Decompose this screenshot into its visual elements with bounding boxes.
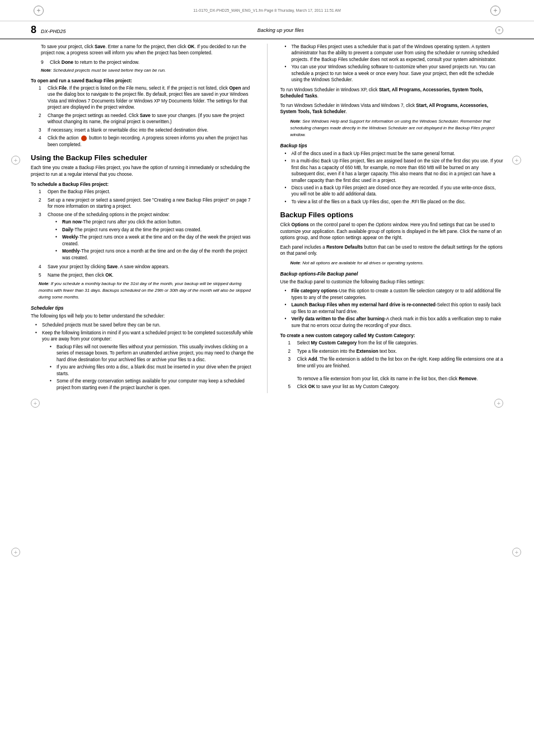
winxp-text: To run Windows Scheduler in Windows XP, … (280, 87, 504, 100)
side-reg-right (503, 44, 534, 393)
open-run-step-3: 3 If necessary, insert a blank or rewrit… (39, 127, 254, 133)
file-opt-1: File category options-Use this option to… (285, 288, 504, 301)
product-name: DX-PHD25 (41, 29, 66, 34)
limit-3: Some of the energy conservation settings… (50, 378, 254, 391)
scheduler-tips-heading: Scheduler tips (31, 305, 254, 311)
limit-2: If you are archiving files onto a disc, … (50, 364, 254, 377)
note-scheduler-text: Note: See Windows Help and Support for i… (291, 119, 495, 137)
header-reg-right: + (495, 26, 503, 34)
record-button-icon (81, 136, 87, 141)
reg-mark-top-left (34, 6, 44, 16)
reg-mark-bottom-right (512, 548, 521, 557)
right-bullet-1: The Backup Files project uses a schedule… (285, 44, 504, 63)
opt-run-now: Run now-The project runs after you click… (55, 219, 254, 225)
header-left: 8 DX-PHD25 (31, 24, 66, 36)
top-bar: 11-0170_DX-PHD25_MAN_ENG_V1.fm Page 8 Th… (0, 0, 534, 21)
backup-tips-heading: Backup tips (280, 143, 504, 148)
scheduler-intro: Each time you create a Backup Files proj… (31, 165, 254, 178)
page-container: 11-0170_DX-PHD25_MAN_ENG_V1.fm Page 8 Th… (0, 0, 534, 756)
backup-options-heading: Backup Files options (280, 211, 504, 219)
reg-mark-bottom-left (31, 399, 40, 408)
bottom-area (0, 393, 534, 413)
custom-step-2: 2 Type a file extension into the Extensi… (288, 348, 504, 354)
using-scheduler-heading: Using the Backup Files scheduler (31, 153, 254, 162)
restore-defaults-text: Each panel includes a Restore Defaults b… (280, 244, 504, 257)
scheduler-tips-intro: The following tips will help you to bett… (31, 313, 254, 319)
custom-step-1: 1 Select My Custom Category from the lis… (288, 340, 504, 346)
two-col: To save your project, click Save. Enter … (31, 44, 503, 393)
note-scheduled-text: Note: Scheduled projects must be saved b… (41, 68, 166, 73)
sched-step-5: 5 Name the project, then click OK. (39, 272, 254, 278)
sched-step-1: 1 Open the Backup Files project. (39, 189, 254, 195)
right-top-bullets: The Backup Files project uses a schedule… (280, 44, 504, 83)
backup-tip-4: To view a list of the files on a Back Up… (285, 199, 504, 205)
col-divider (267, 44, 268, 393)
scheduler-limitations: Backup Files will not overwrite files wi… (42, 344, 254, 391)
open-run-step-1: 1 Click File. If the project is listed o… (39, 85, 254, 111)
scheduler-tips-list: Scheduled projects must be saved before … (31, 322, 254, 392)
opt-monthly: Monthly-The project runs once a month at… (55, 248, 254, 261)
tip-2: Keep the following limitations in mind i… (35, 330, 254, 392)
file-backup-options-list: File category options-Use this option to… (280, 288, 504, 329)
opt-daily: Daily-The project runs every day at the … (55, 227, 254, 233)
step-9-text: Click Done to return to the project wind… (50, 59, 139, 65)
reg-mark-top-right (490, 6, 500, 16)
note-all-options-text: Note: Not all options are available for … (291, 260, 424, 265)
sched-step-2: 2 Set up a new project or select a saved… (39, 197, 254, 210)
open-run-heading: To open and run a saved Backup Files pro… (31, 78, 254, 83)
custom-category-heading: To create a new custom category called M… (280, 333, 504, 338)
backup-options-intro: Click Options on the control panel to op… (280, 222, 504, 241)
section-title: Backing up your files (257, 27, 304, 33)
sched-step-4: 4 Save your project by clicking Save. A … (39, 264, 254, 270)
schedule-list: 1 Open the Backup Files project. 2 Set u… (31, 189, 254, 278)
backup-tip-3: Discs used in a Back Up Files project ar… (285, 185, 504, 198)
file-opt-2: Launch Backup Files when my external har… (285, 302, 504, 315)
step-num-9: 9 (41, 59, 48, 65)
intro-block: To save your project, click Save. Enter … (31, 44, 254, 57)
note-all-options: Note: Not all options are available for … (280, 260, 504, 267)
reg-mark-bottom-right (494, 399, 503, 408)
col-right: The Backup Files project uses a schedule… (278, 44, 504, 393)
backup-tips-list: All of the discs used in a Back Up Files… (280, 151, 504, 206)
open-run-step-2: 2 Change the project settings as needed.… (39, 113, 254, 125)
header-row: 8 DX-PHD25 Backing up your files + (0, 21, 534, 39)
file-opt-3: Verify data written to the disc after bu… (285, 316, 504, 329)
backup-tip-1: All of the discs used in a Back Up Files… (285, 151, 504, 157)
backup-tip-2: In a multi-disc Back Up Files project, f… (285, 158, 504, 184)
right-bullet-2: You can use your Windows scheduling soft… (285, 64, 504, 83)
step-9: 9 Click Done to return to the project wi… (31, 59, 254, 65)
custom-step-5: 5 Click OK to save your list as My Custo… (288, 384, 504, 390)
page-number: 8 (31, 24, 36, 36)
custom-step-3: 3 Click Add. The file extension is added… (288, 356, 504, 382)
limit-1: Backup Files will not overwrite files wi… (50, 344, 254, 363)
side-reg-left (0, 44, 31, 393)
sched-step-3: 3 Choose one of the scheduling options i… (39, 212, 254, 262)
open-run-step-4: 4 Click the action button to begin recor… (39, 135, 254, 148)
note-scheduler: Note: See Windows Help and Support for i… (280, 118, 504, 138)
reg-mark-mid-left (11, 156, 20, 165)
intro-para-1: To save your project, click Save. Enter … (41, 44, 254, 57)
opt-weekly: Weekly-The project runs once a week at t… (55, 234, 254, 247)
file-backup-intro: Use the Backup panel to customize the fo… (280, 279, 504, 285)
scheduling-options: Run now-The project runs after you click… (48, 219, 254, 261)
file-info: 11-0170_DX-PHD25_MAN_ENG_V1.fm Page 8 Th… (193, 8, 341, 12)
col-left: To save your project, click Save. Enter … (31, 44, 257, 393)
winvista-text: To run Windows Scheduler in Windows Vist… (280, 102, 504, 115)
note-monthly: Note: If you schedule a monthly backup f… (31, 281, 254, 301)
note-monthly-text: Note: If you schedule a monthly backup f… (39, 281, 251, 300)
file-backup-panel-heading: Backup options-File Backup panel (280, 271, 504, 277)
reg-mark-mid-right (512, 156, 521, 165)
schedule-heading: To schedule a Backup Files project: (31, 182, 254, 187)
reg-mark-bottom-left (11, 548, 20, 557)
custom-cat-list: 1 Select My Custom Category from the lis… (280, 340, 504, 390)
note-scheduled: Note: Scheduled projects must be saved b… (31, 67, 254, 74)
open-run-list: 1 Click File. If the project is listed o… (31, 85, 254, 148)
tip-1: Scheduled projects must be saved before … (35, 322, 254, 328)
